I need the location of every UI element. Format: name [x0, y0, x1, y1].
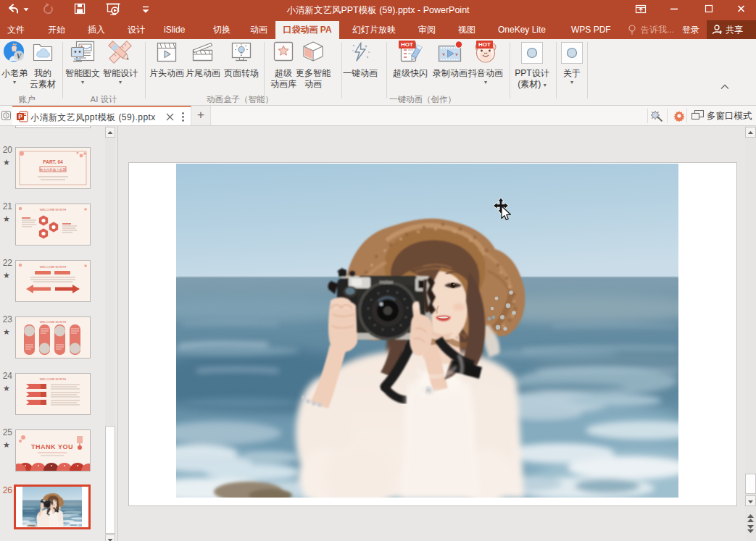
svg-text:WELCOME MONTH: WELCOME MONTH	[40, 320, 67, 324]
svg-text:THANK YOU: THANK YOU	[31, 443, 73, 450]
svg-text:PART. 04: PART. 04	[43, 159, 63, 164]
svg-text:单击此处输入标题: 单击此处输入标题	[40, 167, 67, 172]
svg-text:WELCOME MONTH: WELCOME MONTH	[40, 265, 67, 269]
svg-text:WELCOME MONTH: WELCOME MONTH	[40, 208, 67, 211]
svg-text:WELCOME MONTH: WELCOME MONTH	[40, 377, 67, 381]
svg-text:P: P	[18, 113, 22, 120]
